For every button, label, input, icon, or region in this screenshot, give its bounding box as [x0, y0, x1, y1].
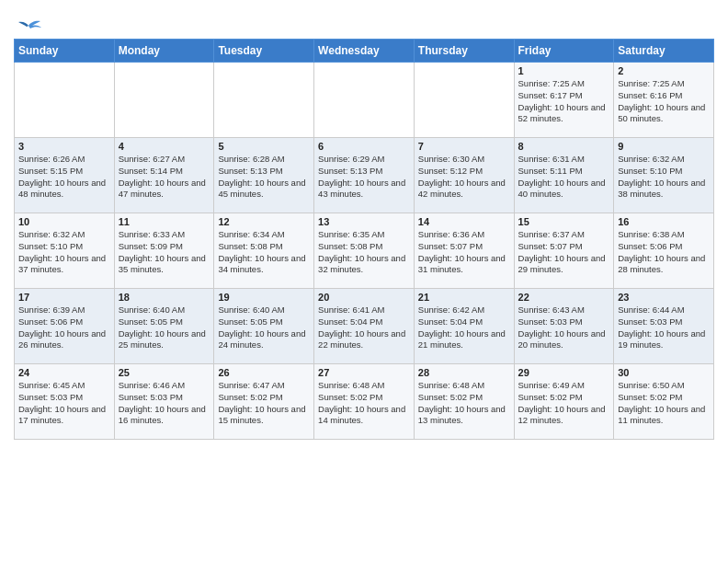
day-number: 22: [518, 292, 610, 303]
day-number: 8: [518, 141, 610, 152]
cell-sun-info: Sunrise: 6:37 AM Sunset: 5:07 PM Dayligh…: [518, 229, 610, 276]
cell-sun-info: Sunrise: 6:46 AM Sunset: 5:03 PM Dayligh…: [119, 380, 210, 427]
day-number: 3: [18, 141, 110, 152]
day-number: 17: [18, 292, 110, 303]
calendar-cell: 16Sunrise: 6:38 AM Sunset: 5:06 PM Dayli…: [614, 213, 714, 289]
calendar-cell: 1Sunrise: 7:25 AM Sunset: 6:17 PM Daylig…: [514, 63, 614, 138]
calendar-week-row: 17Sunrise: 6:39 AM Sunset: 5:06 PM Dayli…: [15, 289, 714, 364]
cell-sun-info: Sunrise: 6:34 AM Sunset: 5:08 PM Dayligh…: [218, 229, 310, 276]
cell-sun-info: Sunrise: 6:32 AM Sunset: 5:10 PM Dayligh…: [18, 229, 110, 276]
calendar-cell: 18Sunrise: 6:40 AM Sunset: 5:05 PM Dayli…: [114, 289, 214, 364]
cell-sun-info: Sunrise: 6:44 AM Sunset: 5:03 PM Dayligh…: [618, 304, 710, 351]
calendar-cell: 7Sunrise: 6:30 AM Sunset: 5:12 PM Daylig…: [414, 138, 514, 213]
day-number: 24: [18, 367, 110, 378]
day-number: 23: [618, 292, 710, 303]
calendar-cell: 21Sunrise: 6:42 AM Sunset: 5:04 PM Dayli…: [414, 289, 514, 364]
cell-sun-info: Sunrise: 6:43 AM Sunset: 5:03 PM Dayligh…: [518, 304, 610, 351]
cell-sun-info: Sunrise: 6:35 AM Sunset: 5:08 PM Dayligh…: [318, 229, 410, 276]
calendar-cell: 27Sunrise: 6:48 AM Sunset: 5:02 PM Dayli…: [314, 364, 415, 440]
calendar-cell: 8Sunrise: 6:31 AM Sunset: 5:11 PM Daylig…: [514, 138, 614, 213]
cell-sun-info: Sunrise: 6:31 AM Sunset: 5:11 PM Dayligh…: [518, 154, 610, 201]
calendar-cell: 5Sunrise: 6:28 AM Sunset: 5:13 PM Daylig…: [214, 138, 314, 213]
calendar-week-row: 10Sunrise: 6:32 AM Sunset: 5:10 PM Dayli…: [15, 213, 714, 289]
day-number: 16: [618, 216, 710, 227]
day-number: 29: [518, 367, 610, 378]
cell-sun-info: Sunrise: 6:45 AM Sunset: 5:03 PM Dayligh…: [18, 380, 110, 427]
cell-sun-info: Sunrise: 6:39 AM Sunset: 5:06 PM Dayligh…: [18, 304, 110, 351]
calendar-week-row: 24Sunrise: 6:45 AM Sunset: 5:03 PM Dayli…: [15, 364, 714, 440]
cell-sun-info: Sunrise: 6:28 AM Sunset: 5:13 PM Dayligh…: [218, 154, 310, 201]
cell-sun-info: Sunrise: 7:25 AM Sunset: 6:16 PM Dayligh…: [618, 78, 710, 125]
col-header-tuesday: Tuesday: [214, 40, 314, 63]
calendar-cell: 29Sunrise: 6:49 AM Sunset: 5:02 PM Dayli…: [514, 364, 614, 440]
cell-sun-info: Sunrise: 6:36 AM Sunset: 5:07 PM Dayligh…: [418, 229, 510, 276]
calendar-cell: 26Sunrise: 6:47 AM Sunset: 5:02 PM Dayli…: [214, 364, 314, 440]
day-number: 10: [18, 216, 110, 227]
day-number: 13: [318, 216, 410, 227]
calendar-cell: 3Sunrise: 6:26 AM Sunset: 5:15 PM Daylig…: [15, 138, 115, 213]
cell-sun-info: Sunrise: 7:25 AM Sunset: 6:17 PM Dayligh…: [518, 78, 610, 125]
calendar-cell: 23Sunrise: 6:44 AM Sunset: 5:03 PM Dayli…: [614, 289, 714, 364]
calendar-cell: 12Sunrise: 6:34 AM Sunset: 5:08 PM Dayli…: [214, 213, 314, 289]
day-number: 25: [119, 367, 210, 378]
calendar-cell: 11Sunrise: 6:33 AM Sunset: 5:09 PM Dayli…: [114, 213, 214, 289]
day-number: 27: [318, 367, 410, 378]
cell-sun-info: Sunrise: 6:27 AM Sunset: 5:14 PM Dayligh…: [119, 154, 210, 201]
calendar-week-row: 3Sunrise: 6:26 AM Sunset: 5:15 PM Daylig…: [15, 138, 714, 213]
calendar-cell: 10Sunrise: 6:32 AM Sunset: 5:10 PM Dayli…: [15, 213, 115, 289]
calendar-header-row: SundayMondayTuesdayWednesdayThursdayFrid…: [15, 40, 714, 63]
cell-sun-info: Sunrise: 6:38 AM Sunset: 5:06 PM Dayligh…: [618, 229, 710, 276]
day-number: 19: [218, 292, 310, 303]
calendar-cell: 30Sunrise: 6:50 AM Sunset: 5:02 PM Dayli…: [614, 364, 714, 440]
calendar-cell: 2Sunrise: 7:25 AM Sunset: 6:16 PM Daylig…: [614, 63, 714, 138]
cell-sun-info: Sunrise: 6:33 AM Sunset: 5:09 PM Dayligh…: [119, 229, 210, 276]
calendar-cell: 14Sunrise: 6:36 AM Sunset: 5:07 PM Dayli…: [414, 213, 514, 289]
day-number: 5: [218, 141, 310, 152]
calendar-cell: 28Sunrise: 6:48 AM Sunset: 5:02 PM Dayli…: [414, 364, 514, 440]
col-header-friday: Friday: [514, 40, 614, 63]
calendar-cell: 13Sunrise: 6:35 AM Sunset: 5:08 PM Dayli…: [314, 213, 415, 289]
col-header-thursday: Thursday: [414, 40, 514, 63]
cell-sun-info: Sunrise: 6:47 AM Sunset: 5:02 PM Dayligh…: [218, 380, 310, 427]
header: [14, 9, 714, 35]
calendar-week-row: 1Sunrise: 7:25 AM Sunset: 6:17 PM Daylig…: [15, 63, 714, 138]
day-number: 11: [119, 216, 210, 227]
calendar-cell: 25Sunrise: 6:46 AM Sunset: 5:03 PM Dayli…: [114, 364, 214, 440]
day-number: 1: [518, 65, 610, 76]
calendar-body: 1Sunrise: 7:25 AM Sunset: 6:17 PM Daylig…: [15, 63, 714, 440]
calendar-cell: 6Sunrise: 6:29 AM Sunset: 5:13 PM Daylig…: [314, 138, 415, 213]
day-number: 6: [318, 141, 410, 152]
calendar-cell: 22Sunrise: 6:43 AM Sunset: 5:03 PM Dayli…: [514, 289, 614, 364]
col-header-monday: Monday: [114, 40, 214, 63]
day-number: 14: [418, 216, 510, 227]
calendar-cell: 24Sunrise: 6:45 AM Sunset: 5:03 PM Dayli…: [15, 364, 115, 440]
logo: [14, 17, 41, 35]
calendar-cell: [414, 63, 514, 138]
day-number: 28: [418, 367, 510, 378]
cell-sun-info: Sunrise: 6:48 AM Sunset: 5:02 PM Dayligh…: [418, 380, 510, 427]
col-header-sunday: Sunday: [15, 40, 115, 63]
calendar-cell: [214, 63, 314, 138]
cell-sun-info: Sunrise: 6:48 AM Sunset: 5:02 PM Dayligh…: [318, 380, 410, 427]
cell-sun-info: Sunrise: 6:49 AM Sunset: 5:02 PM Dayligh…: [518, 380, 610, 427]
calendar-cell: 15Sunrise: 6:37 AM Sunset: 5:07 PM Dayli…: [514, 213, 614, 289]
cell-sun-info: Sunrise: 6:50 AM Sunset: 5:02 PM Dayligh…: [618, 380, 710, 427]
calendar-cell: 17Sunrise: 6:39 AM Sunset: 5:06 PM Dayli…: [15, 289, 115, 364]
day-number: 9: [618, 141, 710, 152]
day-number: 30: [618, 367, 710, 378]
day-number: 26: [218, 367, 310, 378]
calendar-cell: 19Sunrise: 6:40 AM Sunset: 5:05 PM Dayli…: [214, 289, 314, 364]
calendar-table: SundayMondayTuesdayWednesdayThursdayFrid…: [14, 39, 714, 440]
calendar-cell: [114, 63, 214, 138]
calendar-cell: 4Sunrise: 6:27 AM Sunset: 5:14 PM Daylig…: [114, 138, 214, 213]
logo-bird-icon: [16, 17, 41, 35]
day-number: 4: [119, 141, 210, 152]
cell-sun-info: Sunrise: 6:40 AM Sunset: 5:05 PM Dayligh…: [218, 304, 310, 351]
calendar-cell: [15, 63, 115, 138]
cell-sun-info: Sunrise: 6:32 AM Sunset: 5:10 PM Dayligh…: [618, 154, 710, 201]
calendar-cell: 20Sunrise: 6:41 AM Sunset: 5:04 PM Dayli…: [314, 289, 415, 364]
calendar-cell: 9Sunrise: 6:32 AM Sunset: 5:10 PM Daylig…: [614, 138, 714, 213]
cell-sun-info: Sunrise: 6:29 AM Sunset: 5:13 PM Dayligh…: [318, 154, 410, 201]
cell-sun-info: Sunrise: 6:40 AM Sunset: 5:05 PM Dayligh…: [119, 304, 210, 351]
cell-sun-info: Sunrise: 6:41 AM Sunset: 5:04 PM Dayligh…: [318, 304, 410, 351]
